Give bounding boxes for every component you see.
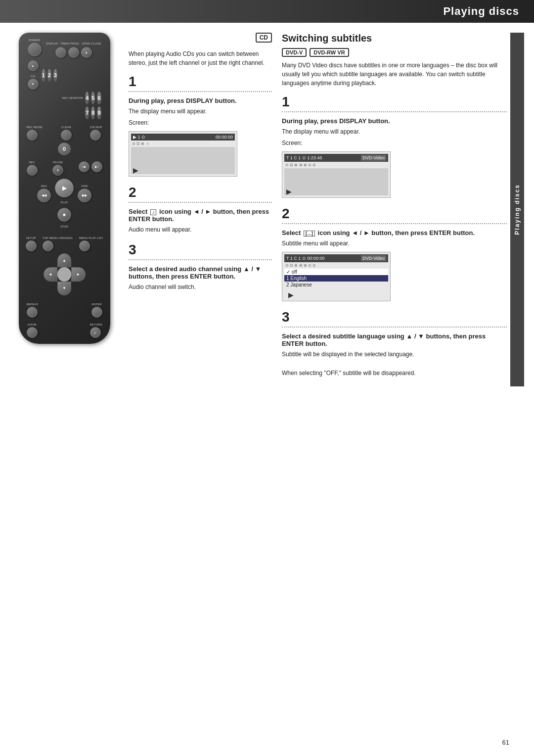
clear-label: CLEAR xyxy=(61,126,71,129)
rec-mode-button[interactable] xyxy=(27,130,38,141)
display-label: DISPLAY xyxy=(46,42,58,45)
setup-menu-row: SETUP TOP MENU ORIGINAL MENU PLAY LIST xyxy=(24,233,105,251)
cd-screen1: ▶ 1 ⊙ 00:00:00 ⊙ ⊡ ⊛ ☆ ▶ xyxy=(129,131,237,177)
rec-button[interactable] xyxy=(27,165,38,176)
cd-step1-title: During play, press DISPLAY button. xyxy=(129,97,272,104)
sub-step2-icon: […] xyxy=(304,231,315,236)
dpad-left-button[interactable]: ◄ xyxy=(44,267,57,281)
sub-screen2-info: T 1 C 1 ⊙ 00:00:00 xyxy=(286,256,324,261)
sub-step1-num: 1 xyxy=(282,95,507,109)
power-group: POWER xyxy=(28,39,42,56)
sub-step3-title: Select a desired subtitle language using… xyxy=(282,332,507,347)
cd-screen1-body xyxy=(131,147,235,174)
sub-step1: 1 During play, press DISPLAY button. The… xyxy=(282,95,507,198)
d-pad: ▲ ◄ ► ▼ xyxy=(44,253,86,295)
sub-screen1-body xyxy=(284,168,388,195)
cd-step1-body: The display menu will appear. xyxy=(129,107,272,116)
ch-up-button[interactable]: ▲ xyxy=(28,60,39,71)
cd-section: CD When playing Audio CDs you can switch… xyxy=(129,33,272,386)
enter-button[interactable] xyxy=(91,307,102,318)
display-button[interactable] xyxy=(55,47,66,58)
cd-step3-dots xyxy=(129,259,272,260)
ch-down-button[interactable]: ▼ xyxy=(28,79,39,90)
sub-menu-item-english: 1 English xyxy=(284,275,388,282)
page-number: 61 xyxy=(502,739,509,746)
num-1-button[interactable]: 1 xyxy=(42,69,45,82)
repeat-label: REPEAT xyxy=(27,303,39,306)
skip-fwd-button[interactable]: ▶| xyxy=(91,161,102,172)
main-content: POWER DISPLAY TIMER PROG. OPEN CLOSE xyxy=(0,33,534,386)
sub-step1-dots xyxy=(282,111,507,112)
sub-step2: 2 Select […] icon using ◄ / ► button, th… xyxy=(282,207,507,301)
num-2-button[interactable]: 2 xyxy=(47,69,51,82)
sub-screen1-badge: DVD-Video xyxy=(361,155,386,161)
rev-button[interactable]: ◀◀ xyxy=(37,189,51,202)
power-label: POWER xyxy=(29,39,40,42)
dpad-right-button[interactable]: ► xyxy=(71,267,85,281)
menu-play-list-label: MENU PLAY LIST xyxy=(79,236,103,239)
return-label: RETURN xyxy=(90,323,102,326)
sub-step2-title2: icon using ◄ / ► button, then press ENTE… xyxy=(318,229,475,236)
cd-step2-title: Select ♪ icon using ◄ / ► button, then p… xyxy=(129,208,272,223)
page-title: Playing discs xyxy=(443,5,519,17)
power-button[interactable] xyxy=(28,43,42,56)
fwd-button[interactable]: ▶▶ xyxy=(78,189,91,202)
num-7-button[interactable]: 7 xyxy=(85,106,89,119)
subtitle-section: Switching subtitles DVD-V DVD-RW VR Many… xyxy=(282,33,524,386)
dvd-v-badge: DVD-V xyxy=(282,48,307,57)
num-4-button[interactable]: 4 xyxy=(85,92,89,104)
sub-step2-title: Select […] icon using ◄ / ► button, then… xyxy=(282,229,507,236)
dvd-badges: DVD-V DVD-RW VR xyxy=(282,48,507,57)
num-3-button[interactable]: 3 xyxy=(53,69,57,82)
page-header: Playing discs xyxy=(0,0,534,23)
num-9-button[interactable]: 9 xyxy=(97,106,101,119)
num-6-button[interactable]: 6 xyxy=(97,92,101,104)
sub-step3-body2: When selecting "OFF," subtitle will be d… xyxy=(282,369,507,378)
ch-row: ▲ CH ▼ 1 2 3 xyxy=(24,60,105,90)
repeat-button[interactable] xyxy=(27,307,38,318)
cd-screen1-icons: ▶ 1 ⊙ xyxy=(133,135,145,140)
cd-step1: 1 During play, press DISPLAY button. The… xyxy=(129,75,272,177)
timer-prog-button[interactable] xyxy=(68,47,79,58)
enter-label: ENTER xyxy=(91,303,101,306)
sub-screen1-arrow: ▶ xyxy=(286,188,292,195)
cd-step1-num: 1 xyxy=(129,75,272,89)
sub-menu-item-japanese: 2 Japanese xyxy=(284,282,388,288)
cd-step3-num: 3 xyxy=(129,243,272,257)
cd-step3: 3 Select a desired audio channel using ▲… xyxy=(129,243,272,291)
pause-button[interactable]: ⏸ xyxy=(52,165,63,176)
setup-button[interactable] xyxy=(26,240,37,251)
sub-screen2-icons: ⊙ ⊡ ⊛ ⊛ ⊛ ⊙ ⊙ xyxy=(284,262,388,269)
top-menu-button[interactable] xyxy=(43,240,53,251)
sub-screen1-info: T 1 C 1 ⊙ 1:23:45 xyxy=(286,155,322,160)
open-close-button[interactable]: ▲ xyxy=(81,47,92,58)
cm-skip-label: CM SKIP xyxy=(90,126,102,129)
play-button[interactable]: ▶ xyxy=(55,179,74,197)
dpad-up-button[interactable]: ▲ xyxy=(57,253,71,267)
timer-prog-label: TIMER PROG. xyxy=(60,42,80,45)
num-8-button[interactable]: 8 xyxy=(91,106,95,119)
sub-step1-body: The display menu will appear. xyxy=(282,127,507,136)
play-label: PLAY xyxy=(61,201,68,204)
num-row-789: 7 8 9 xyxy=(24,106,105,119)
zoom-return-row: ZOOM RETURN ↵ xyxy=(24,320,105,338)
rec-pause-skip-row: REC PAUSE ⏸ |◀ ▶| xyxy=(24,157,105,176)
sub-step2-dots xyxy=(282,223,507,224)
zoom-button[interactable] xyxy=(27,327,38,338)
side-tab: Playing discs xyxy=(510,33,524,386)
dpad-down-button[interactable]: ▼ xyxy=(57,282,71,295)
sub-step3-body1: Subtitle will be displayed in the select… xyxy=(282,350,507,359)
cd-badge: CD xyxy=(256,33,272,43)
cm-skip-button[interactable] xyxy=(90,130,101,141)
skip-back-button[interactable]: |◀ xyxy=(79,161,89,172)
pause-label: PAUSE xyxy=(53,161,63,164)
menu-play-list-button[interactable] xyxy=(79,240,90,251)
num-0-button[interactable]: 0 xyxy=(58,142,71,155)
return-button[interactable]: ↵ xyxy=(90,327,101,338)
num-5-button[interactable]: 5 xyxy=(91,92,95,104)
rec-mode-label: REC MODE xyxy=(27,126,43,129)
cd-intro: When playing Audio CDs you can switch be… xyxy=(129,49,272,67)
sub-step3-dots xyxy=(282,327,507,328)
clear-button[interactable] xyxy=(61,130,72,141)
stop-button[interactable]: ■ xyxy=(57,208,71,222)
